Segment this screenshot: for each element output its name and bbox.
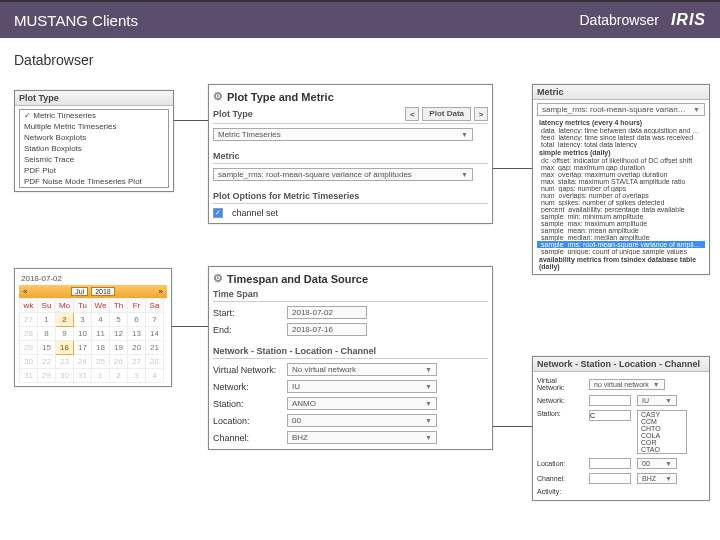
dropdown-option[interactable]: PDF Noise Mode Timeseries Plot <box>20 176 168 187</box>
station-listbox[interactable]: CASY CCM CHTO COLA COR CTAO <box>637 410 687 454</box>
cal-day[interactable]: 31 <box>74 369 92 383</box>
metric-item[interactable]: max_overlap: maximum overlap duration <box>537 171 705 178</box>
cal-prev[interactable]: « <box>23 287 27 296</box>
channel-select[interactable]: BHZ▼ <box>637 473 677 484</box>
cal-day-selected[interactable]: 2 <box>56 313 74 327</box>
next-button[interactable]: > <box>474 107 488 121</box>
cal-day[interactable]: 9 <box>56 327 74 341</box>
plot-type-select[interactable]: Metric Timeseries ▼ <box>213 128 473 141</box>
chevron-down-icon: ▼ <box>665 460 672 467</box>
calendar-grid[interactable]: wk Su Mo Tu We Th Fr Sa 271234567 288910… <box>19 298 164 383</box>
calendar-header: « Jul 2018 » <box>19 285 167 298</box>
metric-item[interactable]: percent_availability: percentage data av… <box>537 206 705 213</box>
cal-day[interactable]: 5 <box>110 313 128 327</box>
cal-day[interactable]: 4 <box>92 313 110 327</box>
cal-day[interactable]: 20 <box>128 341 146 355</box>
metric-item[interactable]: sample_min: minimum amplitude <box>537 213 705 220</box>
channel-input[interactable] <box>589 473 631 484</box>
metric-select[interactable]: sample_rms: root-mean-square variance of… <box>213 168 473 181</box>
channel-select[interactable]: BHZ▼ <box>287 431 437 444</box>
metric-item[interactable]: sample_median: median amplitude <box>537 234 705 241</box>
cal-day[interactable]: 19 <box>110 341 128 355</box>
list-item[interactable]: COLA <box>638 432 686 439</box>
dropdown-option[interactable]: Multiple Metric Timeseries <box>20 121 168 132</box>
cal-day[interactable]: 30 <box>56 369 74 383</box>
dropdown-option[interactable]: Seismic Trace <box>20 154 168 165</box>
cal-day[interactable]: 24 <box>74 355 92 369</box>
cal-day[interactable]: 10 <box>74 327 92 341</box>
cal-day[interactable]: 27 <box>128 355 146 369</box>
cal-day[interactable]: 18 <box>92 341 110 355</box>
network-select[interactable]: IU▼ <box>287 380 437 393</box>
metric-item[interactable]: dc_offset: indicator of likelihood of DC… <box>537 157 705 164</box>
plot-type-dropdown[interactable]: Metric Timeseries Multiple Metric Timese… <box>19 109 169 188</box>
cal-day[interactable]: 12 <box>110 327 128 341</box>
cal-day[interactable]: 28 <box>146 355 164 369</box>
dropdown-option[interactable]: PDF Plot <box>20 165 168 176</box>
metric-item[interactable]: max_gap: maximum gap duration <box>537 164 705 171</box>
list-item[interactable]: COR <box>638 439 686 446</box>
dropdown-option[interactable]: Station Boxplots <box>20 143 168 154</box>
cal-day[interactable]: 17 <box>74 341 92 355</box>
metric-item[interactable]: num_gaps: number of gaps <box>537 185 705 192</box>
metric-combo[interactable]: sample_rms: root-mean-square variance of… <box>537 103 705 116</box>
dropdown-option[interactable]: Metric Timeseries <box>20 110 168 121</box>
virtual-network-select[interactable]: No virtual network▼ <box>287 363 437 376</box>
cal-day[interactable]: 4 <box>146 369 164 383</box>
metric-item[interactable]: data_latency: time between data acquisit… <box>537 127 705 134</box>
location-select[interactable]: 00▼ <box>287 414 437 427</box>
cal-day[interactable]: 23 <box>56 355 74 369</box>
cal-day-end[interactable]: 16 <box>56 341 74 355</box>
cal-day[interactable]: 13 <box>128 327 146 341</box>
end-date-input[interactable]: 2018-07-16 <box>287 323 367 336</box>
vn-select[interactable]: no virtual network▼ <box>589 379 665 390</box>
cal-day[interactable]: 11 <box>92 327 110 341</box>
network-input[interactable] <box>589 395 631 406</box>
cal-day[interactable]: 1 <box>92 369 110 383</box>
cal-day[interactable]: 6 <box>128 313 146 327</box>
list-item[interactable]: CHTO <box>638 425 686 432</box>
cal-day[interactable]: 3 <box>128 369 146 383</box>
metric-item[interactable]: num_overlaps: number of overlaps <box>537 192 705 199</box>
metric-item[interactable]: sample_unique: count of unique sample va… <box>537 248 705 255</box>
cal-day[interactable]: 26 <box>110 355 128 369</box>
cal-day[interactable]: 21 <box>146 341 164 355</box>
metric-item-selected[interactable]: sample_rms: root-mean-square variance of… <box>537 241 705 248</box>
cal-day[interactable]: 29 <box>38 369 56 383</box>
station-input[interactable] <box>589 410 631 421</box>
network-select[interactable]: IU▼ <box>637 395 677 406</box>
station-select[interactable]: ANMO▼ <box>287 397 437 410</box>
month-select[interactable]: Jul <box>71 287 88 296</box>
cal-dow: We <box>92 299 110 313</box>
cal-day[interactable]: 2 <box>110 369 128 383</box>
cal-day[interactable]: 25 <box>92 355 110 369</box>
location-select[interactable]: 00▼ <box>637 458 677 469</box>
cal-day[interactable]: 15 <box>38 341 56 355</box>
metric-item[interactable]: sample_mean: mean amplitude <box>537 227 705 234</box>
metric-item[interactable]: sample_max: maximum amplitude <box>537 220 705 227</box>
metric-item[interactable]: max_stalta: maximum STA/LTA amplitude ra… <box>537 178 705 185</box>
cal-day[interactable]: 14 <box>146 327 164 341</box>
list-item[interactable]: CASY <box>638 411 686 418</box>
list-item[interactable]: CCM <box>638 418 686 425</box>
list-item[interactable]: CTAO <box>638 446 686 453</box>
location-input[interactable] <box>589 458 631 469</box>
metric-item[interactable]: feed_latency: time since latest data was… <box>537 134 705 141</box>
cal-day[interactable]: 22 <box>38 355 56 369</box>
cal-day[interactable]: 1 <box>38 313 56 327</box>
dropdown-option[interactable]: Network Boxplots <box>20 132 168 143</box>
metric-item[interactable]: total_latency: total data latency <box>537 141 705 148</box>
prev-button[interactable]: < <box>405 107 419 121</box>
metric-item[interactable]: num_spikes: number of spikes detected <box>537 199 705 206</box>
year-select[interactable]: 2018 <box>91 287 115 296</box>
cal-day[interactable]: 3 <box>74 313 92 327</box>
cal-day[interactable]: 8 <box>38 327 56 341</box>
metric-list[interactable]: sample_rms: root-mean-square variance of… <box>533 100 709 274</box>
channel-set-checkbox[interactable]: ✓ <box>213 208 223 218</box>
plot-data-button[interactable]: Plot Data <box>422 107 471 121</box>
plot-type-metric-panel: ⚙ Plot Type and Metric Plot Type < Plot … <box>208 84 493 224</box>
subhead-metric: Metric <box>213 149 488 164</box>
cal-day[interactable]: 7 <box>146 313 164 327</box>
start-date-input[interactable]: 2018-07-02 <box>287 306 367 319</box>
cal-next[interactable]: » <box>159 287 163 296</box>
